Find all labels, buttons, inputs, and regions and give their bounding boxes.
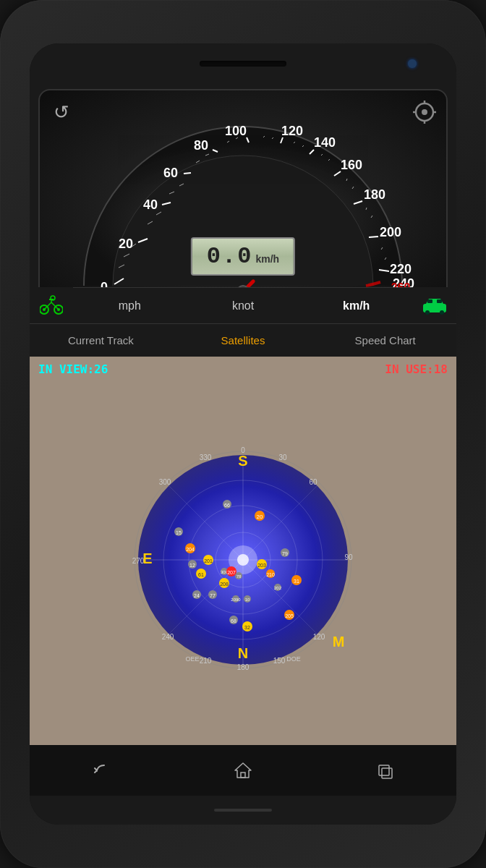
svg-text:204: 204 <box>186 547 195 552</box>
svg-point-70 <box>425 310 430 315</box>
svg-rect-147 <box>241 773 245 778</box>
speed-value: 0.0 <box>207 243 253 270</box>
svg-text:78: 78 <box>236 574 242 579</box>
home-icon <box>232 760 254 781</box>
tab-satellites[interactable]: Satellites <box>172 324 315 357</box>
car-icon <box>422 295 448 315</box>
svg-text:80: 80 <box>194 138 208 153</box>
svg-text:10: 10 <box>245 597 250 602</box>
svg-text:OEE: OEE <box>185 655 199 663</box>
kmh-button[interactable]: km/h <box>299 287 413 323</box>
tab-current-track[interactable]: Current Track <box>30 324 172 357</box>
bicycle-mode-button[interactable] <box>30 287 73 323</box>
svg-text:61: 61 <box>198 572 204 577</box>
svg-text:160: 160 <box>341 158 362 172</box>
svg-text:201: 201 <box>204 558 213 563</box>
speed-digital-display: 0.0 km/h <box>191 237 295 276</box>
svg-text:330: 330 <box>200 454 212 461</box>
svg-text:20: 20 <box>257 514 263 520</box>
phone-screen: ↺ GPS <box>30 43 456 825</box>
svg-text:31: 31 <box>294 579 299 584</box>
svg-text:205: 205 <box>285 613 294 618</box>
svg-text:180: 180 <box>364 187 385 202</box>
svg-text:30: 30 <box>278 454 287 461</box>
svg-text:M: M <box>333 634 345 650</box>
svg-rect-148 <box>379 765 389 775</box>
svg-text:100: 100 <box>225 124 247 138</box>
tab-navigation: Current Track Satellites Speed Chart <box>30 323 456 357</box>
svg-line-26 <box>369 237 378 237</box>
speaker-grille <box>200 61 286 67</box>
svg-text:120: 120 <box>281 124 303 138</box>
speedometer-section: ↺ GPS <box>30 83 456 323</box>
car-mode-button[interactable] <box>413 287 456 323</box>
home-button[interactable] <box>225 752 261 788</box>
back-icon <box>90 760 111 781</box>
svg-text:DOE: DOE <box>286 655 301 663</box>
svg-text:12: 12 <box>189 563 195 568</box>
reset-button[interactable]: ↺ <box>48 99 74 125</box>
svg-text:15: 15 <box>176 530 182 535</box>
svg-text:210: 210 <box>200 657 212 665</box>
svg-text:200: 200 <box>380 225 401 239</box>
svg-text:120: 120 <box>313 633 325 641</box>
recent-apps-icon <box>375 760 396 781</box>
svg-point-71 <box>440 310 444 315</box>
front-camera <box>408 59 417 68</box>
svg-text:32: 32 <box>244 625 250 630</box>
satellite-view: IN VIEW:26 IN USE:18 <box>30 357 456 745</box>
screen: ↺ GPS <box>30 83 456 796</box>
svg-text:90: 90 <box>344 553 353 561</box>
svg-text:240: 240 <box>162 633 174 641</box>
phone-top-bar <box>30 43 456 83</box>
svg-text:203: 203 <box>257 563 266 568</box>
bottom-indicator <box>214 809 272 812</box>
svg-text:N: N <box>238 645 248 661</box>
svg-text:60: 60 <box>163 166 178 180</box>
mph-button[interactable]: mph <box>73 287 187 323</box>
svg-rect-69 <box>437 299 442 303</box>
svg-rect-68 <box>427 299 432 303</box>
settings-button[interactable] <box>412 99 438 125</box>
compass-svg: 0 30 60 90 120 150 180 210 240 270 300 3… <box>127 444 359 676</box>
svg-text:E: E <box>142 550 152 566</box>
svg-text:24: 24 <box>194 593 200 598</box>
svg-text:40: 40 <box>143 197 158 212</box>
speedometer-container: ↺ GPS <box>38 89 448 320</box>
svg-text:77: 77 <box>210 593 216 598</box>
svg-text:S: S <box>238 453 247 469</box>
svg-text:300: 300 <box>159 478 171 486</box>
svg-text:2090: 2090 <box>231 597 241 602</box>
recent-apps-button[interactable] <box>367 752 404 788</box>
satellite-compass: 0 30 60 90 120 150 180 210 240 270 300 3… <box>127 444 359 676</box>
svg-text:66: 66 <box>224 503 230 508</box>
settings-icon <box>413 101 436 124</box>
speedo-top-icons: ↺ <box>48 99 438 125</box>
svg-text:202: 202 <box>274 586 282 590</box>
svg-text:220: 220 <box>390 262 412 276</box>
back-button[interactable] <box>82 752 119 788</box>
speed-unit: km/h <box>255 253 279 265</box>
unit-selector: mph knot km/h <box>30 287 456 323</box>
svg-text:68: 68 <box>231 618 236 624</box>
svg-text:207: 207 <box>227 570 236 575</box>
svg-text:60: 60 <box>309 478 317 486</box>
svg-text:180: 180 <box>237 663 250 671</box>
knot-button[interactable]: knot <box>187 287 300 323</box>
svg-point-0 <box>422 109 427 115</box>
bottom-navigation <box>30 745 456 796</box>
svg-line-12 <box>184 173 191 174</box>
svg-text:210: 210 <box>266 572 275 577</box>
svg-text:208: 208 <box>220 582 229 587</box>
satellite-compass-wrapper: 0 30 60 90 120 150 180 210 240 270 300 3… <box>30 375 456 745</box>
svg-text:140: 140 <box>314 135 336 150</box>
svg-text:79: 79 <box>282 551 288 556</box>
phone-device: ↺ GPS <box>0 0 486 868</box>
tab-speed-chart[interactable]: Speed Chart <box>314 324 456 357</box>
svg-text:20: 20 <box>119 237 133 251</box>
bicycle-icon <box>40 295 63 315</box>
svg-text:150: 150 <box>273 657 286 665</box>
phone-bottom-bar <box>30 796 456 825</box>
svg-rect-149 <box>382 768 392 778</box>
